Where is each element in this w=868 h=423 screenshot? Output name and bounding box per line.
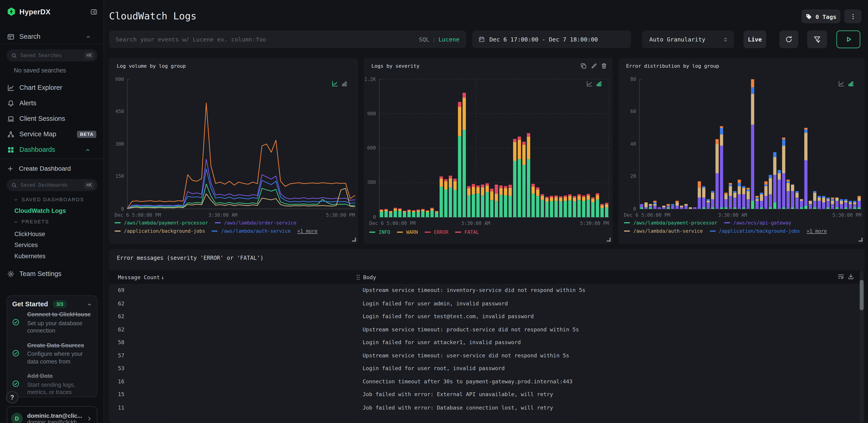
sidebar-item-client-sessions[interactable]: Client Sessions <box>0 111 103 126</box>
table-row[interactable]: 16Connection timeout after 30s to paymen… <box>109 375 860 388</box>
table-row[interactable]: 58Login failed for user attacker1, inval… <box>109 336 860 349</box>
bar-chart-toggle-icon[interactable] <box>341 81 348 87</box>
legend-item[interactable]: /aws/lambda/payment-processor <box>624 220 717 225</box>
event-search-input[interactable]: Search your events w/ Lucene ex. column:… <box>109 31 466 48</box>
chevron-up-icon[interactable] <box>86 301 92 307</box>
task-title: Add Data <box>27 372 94 380</box>
table-row[interactable]: 57Upstream service timeout: user-service… <box>109 349 860 362</box>
drag-handle-icon[interactable] <box>356 274 360 280</box>
download-icon[interactable] <box>847 273 854 280</box>
table-row[interactable]: 11Job failed with error: Database connec… <box>109 401 860 414</box>
scrollbar-thumb[interactable] <box>860 280 864 310</box>
resize-handle[interactable] <box>352 238 356 242</box>
legend-more-link[interactable]: +1 more <box>298 228 318 233</box>
legend-item[interactable]: ERROR <box>425 229 448 235</box>
legend-item[interactable]: /aws/lambda/order-service <box>215 220 297 225</box>
get-started-task[interactable]: Create Data SourcesConfigure where your … <box>12 341 93 365</box>
sidebar-item-team-settings[interactable]: Team Settings <box>0 267 103 280</box>
legend-label: +1 more <box>807 228 827 233</box>
series-line <box>127 103 355 208</box>
sql-mode-label[interactable]: SQL <box>419 36 429 43</box>
legend-item[interactable]: /aws/lambda/payment-processor <box>115 220 208 225</box>
y-tick-label: 600 <box>364 145 376 151</box>
bar-chart-toggle-icon[interactable] <box>596 81 602 87</box>
sidebar-item-chart-explorer[interactable]: Chart Explorer <box>0 80 103 95</box>
tags-button[interactable]: 0 Tags <box>802 9 840 23</box>
get-started-task[interactable]: Connect to ClickHouseSet up your databas… <box>12 310 93 334</box>
sidebar-item-cloudwatch-logs[interactable]: CloudWatch Logs <box>14 207 66 214</box>
table-row[interactable]: 15Job failed with error: External API un… <box>109 388 860 401</box>
legend-more-link[interactable]: +1 more <box>807 228 827 233</box>
wrap-text-icon[interactable] <box>837 273 844 280</box>
run-query-button[interactable] <box>837 31 861 48</box>
saved-searches-input[interactable]: Saved Searches ⌘K <box>7 49 97 61</box>
line-chart-toggle-icon[interactable] <box>332 81 338 87</box>
cell-message-count: 62 <box>118 300 124 306</box>
sidebar-item-kubernetes[interactable]: Kubernetes <box>14 251 45 262</box>
chevron-up-icon[interactable] <box>85 33 91 40</box>
legend-item[interactable]: /aws/ecs/api-gateway <box>724 220 791 225</box>
sidebar-collapse-icon[interactable] <box>90 8 97 15</box>
task-description: Set up your database connection <box>27 319 94 335</box>
table-row[interactable]: 62Login failed for user admin, invalid p… <box>109 297 860 310</box>
legend-swatch <box>212 230 218 231</box>
help-button[interactable]: ? <box>6 391 18 403</box>
legend-item[interactable]: /application/background-jobs <box>710 228 800 233</box>
bell-icon <box>7 100 14 107</box>
sidebar-item-label: Client Sessions <box>19 115 65 122</box>
sidebar-item-clickhouse[interactable]: ClickHouse <box>14 228 45 239</box>
bar-chart-toggle-icon[interactable] <box>847 81 854 87</box>
search-icon <box>11 182 17 188</box>
line-chart-toggle-icon[interactable] <box>586 81 593 87</box>
get-started-task[interactable]: Add DataStart sending logs, metrics, or … <box>12 372 93 396</box>
resize-handle[interactable] <box>859 238 863 242</box>
table-row[interactable]: 69Upstream service timeout: inventory-se… <box>109 284 860 297</box>
table-row[interactable]: 53Login failed for user root, invalid pa… <box>109 362 860 375</box>
sidebar-item-alerts[interactable]: Alerts <box>0 95 103 111</box>
section-saved-dashboards[interactable]: SAVED DASHBOARDS <box>13 197 84 202</box>
cell-message-count: 57 <box>118 352 124 359</box>
granularity-select[interactable]: Auto Granularity <box>642 31 734 48</box>
lucene-mode-label[interactable]: Lucene <box>439 36 460 43</box>
task-text: Create Data SourcesConfigure where your … <box>27 341 94 365</box>
filter-button[interactable] <box>807 31 827 48</box>
column-header-message-count[interactable]: Message Count ↓ <box>118 274 164 280</box>
sidebar-item-dashboards[interactable]: Dashboards <box>0 142 103 157</box>
delete-panel-icon[interactable] <box>601 63 607 69</box>
saved-searches-placeholder: Saved Searches <box>21 53 84 58</box>
table-row[interactable]: 62Upstream service timeout: product-serv… <box>109 323 860 336</box>
legend-item[interactable]: /aws/lambda/auth-service <box>624 228 703 233</box>
more-menu-button[interactable] <box>844 9 861 23</box>
column-header-body[interactable]: Body <box>356 274 376 280</box>
chevron-down-icon <box>13 219 18 224</box>
x-tick-label: Dec 6 5:00:00 PM <box>624 212 670 218</box>
logo-row: HyperDX <box>7 5 97 18</box>
get-started-header[interactable]: Get Started 3/3 <box>12 299 92 309</box>
refresh-button[interactable] <box>779 31 798 48</box>
line-chart-toggle-icon[interactable] <box>838 81 845 87</box>
legend-item[interactable]: FATAL <box>455 229 479 235</box>
legend-item[interactable]: WARN <box>397 229 418 235</box>
date-range-picker[interactable]: Dec 6 17:00:00 - Dec 7 18:00:00 <box>472 31 631 48</box>
legend-item[interactable]: /application/background-jobs <box>115 228 205 233</box>
section-presets[interactable]: PRESETS <box>13 219 49 224</box>
live-button[interactable]: Live <box>743 31 766 48</box>
sidebar-item-search[interactable]: Search <box>0 29 103 44</box>
table-row[interactable]: 62Login failed for user test@test.com, i… <box>109 310 860 323</box>
sidebar-item-services[interactable]: Services <box>14 239 45 251</box>
legend-label: ERROR <box>434 229 448 235</box>
query-language-toggle[interactable]: SQL|Lucene <box>419 36 460 43</box>
duplicate-panel-icon[interactable] <box>580 63 587 69</box>
edit-panel-icon[interactable] <box>591 63 597 69</box>
resize-handle[interactable] <box>607 238 611 242</box>
legend-item[interactable]: INFO <box>369 229 390 235</box>
sort-desc-icon[interactable]: ↓ <box>161 274 164 280</box>
logs-severity-chart[interactable] <box>364 58 613 244</box>
legend-item[interactable]: /aws/lambda/auth-service <box>212 228 291 233</box>
create-dashboard-button[interactable]: Create Dashboard <box>7 162 71 175</box>
chevron-up-icon[interactable] <box>84 146 92 153</box>
user-menu[interactable]: D dominic.tran@clic... dominic.tran@clic… <box>7 406 97 423</box>
saved-dashboards-input[interactable]: Saved Dashboards ⌘K <box>7 179 97 191</box>
sidebar-item-service-map[interactable]: Service MapBETA <box>0 126 103 142</box>
legend-swatch <box>397 231 403 233</box>
